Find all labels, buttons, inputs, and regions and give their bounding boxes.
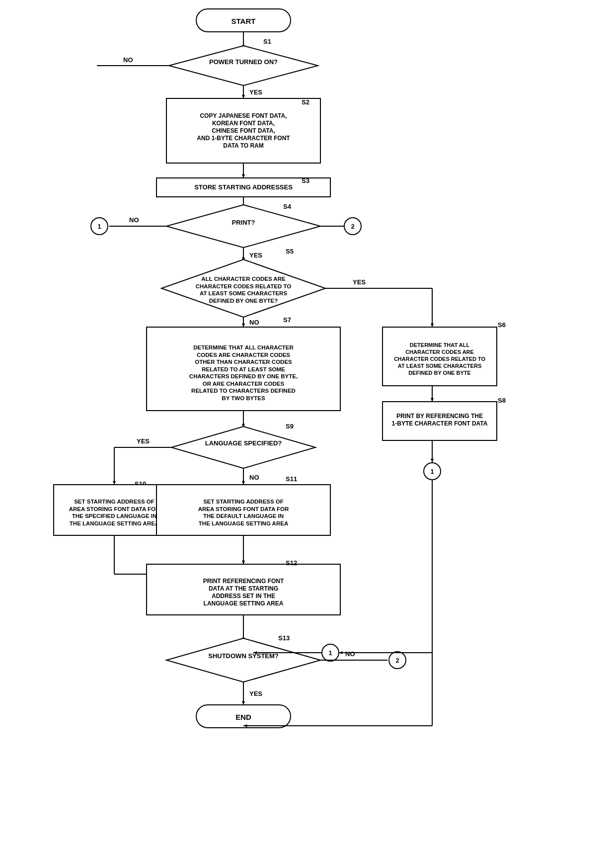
- svg-text:NO: NO: [249, 474, 259, 481]
- svg-text:S9: S9: [286, 423, 294, 430]
- svg-text:2: 2: [351, 223, 354, 230]
- svg-text:KOREAN FONT DATA,: KOREAN FONT DATA,: [212, 120, 275, 127]
- svg-text:STORE STARTING ADDRESSES: STORE STARTING ADDRESSES: [194, 183, 293, 191]
- svg-text:LANGUAGE SETTING AREA: LANGUAGE SETTING AREA: [204, 600, 284, 607]
- svg-marker-124: [166, 638, 320, 682]
- svg-text:START: START: [231, 17, 256, 25]
- svg-text:AT LEAST SOME CHARACTERS: AT LEAST SOME CHARACTERS: [398, 363, 481, 369]
- svg-text:RELATED TO CHARACTERS DEFINED: RELATED TO CHARACTERS DEFINED: [191, 388, 296, 394]
- svg-text:THE LANGUAGE SETTING AREA: THE LANGUAGE SETTING AREA: [199, 520, 288, 526]
- svg-text:SHUTDOWN SYSTEM?: SHUTDOWN SYSTEM?: [208, 652, 279, 660]
- svg-text:YES: YES: [249, 252, 262, 259]
- svg-text:ALL CHARACTER CODES ARE: ALL CHARACTER CODES ARE: [201, 276, 286, 282]
- svg-text:YES: YES: [353, 278, 366, 286]
- svg-text:S5: S5: [286, 248, 294, 255]
- svg-text:1: 1: [97, 223, 101, 230]
- svg-marker-88: [113, 481, 116, 485]
- svg-text:YES: YES: [249, 690, 262, 697]
- flowchart-svg: STARTS1POWER TURNED ON?NOYESCOPY JAPANES…: [0, 0, 616, 855]
- svg-text:AND 1-BYTE CHARACTER FONT: AND 1-BYTE CHARACTER FONT: [197, 135, 290, 142]
- svg-text:PRINT REFERENCING FONT: PRINT REFERENCING FONT: [203, 578, 284, 585]
- svg-text:DEFINED BY ONE BYTE: DEFINED BY ONE BYTE: [408, 370, 471, 376]
- svg-text:COPY JAPANESE FONT DATA,: COPY JAPANESE FONT DATA,: [200, 112, 287, 119]
- svg-text:RELATED TO AT LEAST SOME: RELATED TO AT LEAST SOME: [202, 366, 285, 372]
- svg-text:THE DEFAULT LANGUAGE IN: THE DEFAULT LANGUAGE IN: [203, 513, 284, 519]
- svg-text:LANGUAGE SPECIFIED?: LANGUAGE SPECIFIED?: [205, 439, 282, 447]
- svg-text:SET STARTING ADDRESS OF: SET STARTING ADDRESS OF: [203, 499, 284, 505]
- svg-text:S13: S13: [278, 634, 290, 642]
- svg-text:1: 1: [328, 649, 332, 657]
- svg-text:AREA STORING FONT DATA FOR: AREA STORING FONT DATA FOR: [69, 506, 160, 512]
- svg-text:S3: S3: [302, 177, 309, 184]
- svg-text:S4: S4: [283, 203, 292, 210]
- svg-text:DETERMINE THAT ALL: DETERMINE THAT ALL: [410, 342, 470, 348]
- svg-text:THE SPECIFIED LANGUAGE IN: THE SPECIFIED LANGUAGE IN: [72, 513, 157, 519]
- svg-text:PRINT BY REFERENCING THE: PRINT BY REFERENCING THE: [396, 413, 483, 420]
- svg-text:NO: NO: [129, 216, 139, 224]
- svg-text:SET STARTING ADDRESS OF: SET STARTING ADDRESS OF: [74, 499, 154, 505]
- svg-text:NO: NO: [123, 56, 133, 64]
- svg-text:1: 1: [430, 468, 434, 475]
- svg-text:AREA STORING FONT DATA FOR: AREA STORING FONT DATA FOR: [198, 506, 289, 512]
- svg-marker-78: [431, 459, 434, 462]
- svg-marker-10: [242, 95, 245, 98]
- svg-text:YES: YES: [137, 437, 150, 445]
- svg-text:CHINESE FONT DATA,: CHINESE FONT DATA,: [212, 127, 275, 134]
- svg-text:CHARACTER CODES RELATED TO: CHARACTER CODES RELATED TO: [196, 283, 292, 289]
- svg-marker-92: [242, 481, 245, 485]
- svg-text:BY TWO BYTES: BY TWO BYTES: [222, 395, 265, 401]
- svg-text:S8: S8: [498, 397, 506, 404]
- svg-text:OTHER THAN CHARACTER CODES: OTHER THAN CHARACTER CODES: [195, 359, 292, 365]
- svg-text:PRINT?: PRINT?: [232, 219, 255, 226]
- svg-marker-110: [242, 561, 245, 564]
- svg-text:2: 2: [395, 657, 399, 664]
- svg-marker-83: [171, 427, 315, 468]
- svg-marker-52: [242, 324, 245, 327]
- svg-text:S7: S7: [283, 316, 291, 324]
- svg-text:NO: NO: [345, 650, 355, 658]
- svg-text:OR ARE CHARACTER CODES: OR ARE CHARACTER CODES: [203, 381, 285, 387]
- flowchart: STARTS1POWER TURNED ON?NOYESCOPY JAPANES…: [0, 0, 616, 855]
- svg-text:S2: S2: [302, 98, 309, 106]
- svg-text:CHARACTERS DEFINED BY ONE BYTE: CHARACTERS DEFINED BY ONE BYTE,: [189, 373, 298, 379]
- svg-text:1-BYTE CHARACTER FONT DATA: 1-BYTE CHARACTER FONT DATA: [392, 420, 488, 427]
- svg-text:S6: S6: [498, 321, 506, 329]
- svg-text:S12: S12: [286, 559, 297, 567]
- svg-text:S11: S11: [286, 475, 297, 483]
- svg-text:THE LANGUAGE SETTING AREA: THE LANGUAGE SETTING AREA: [70, 520, 159, 526]
- svg-text:ADDRESS SET IN THE: ADDRESS SET IN THE: [212, 593, 275, 599]
- svg-marker-20: [242, 174, 245, 178]
- svg-text:CHARACTER CODES RELATED TO: CHARACTER CODES RELATED TO: [394, 356, 486, 362]
- svg-marker-132: [242, 701, 245, 705]
- svg-marker-49: [431, 324, 434, 327]
- svg-text:POWER TURNED ON?: POWER TURNED ON?: [209, 58, 278, 66]
- svg-text:NO: NO: [249, 319, 259, 326]
- svg-text:END: END: [235, 713, 251, 721]
- svg-text:DETERMINE THAT ALL CHARACTER: DETERMINE THAT ALL CHARACTER: [193, 344, 294, 350]
- svg-text:DEFINED BY ONE BYTE?: DEFINED BY ONE BYTE?: [209, 298, 278, 304]
- svg-text:DATA TO RAM: DATA TO RAM: [223, 142, 264, 149]
- svg-text:CHARACTER CODES ARE: CHARACTER CODES ARE: [405, 349, 474, 355]
- svg-text:S1: S1: [263, 38, 271, 45]
- svg-text:YES: YES: [249, 88, 262, 96]
- svg-text:AT LEAST SOME CHARACTERS: AT LEAST SOME CHARACTERS: [200, 290, 287, 296]
- svg-text:CODES ARE CHARACTER CODES: CODES ARE CHARACTER CODES: [197, 352, 290, 358]
- svg-marker-141: [339, 651, 342, 654]
- svg-text:DATA AT THE STARTING: DATA AT THE STARTING: [209, 585, 278, 592]
- svg-marker-72: [431, 398, 434, 402]
